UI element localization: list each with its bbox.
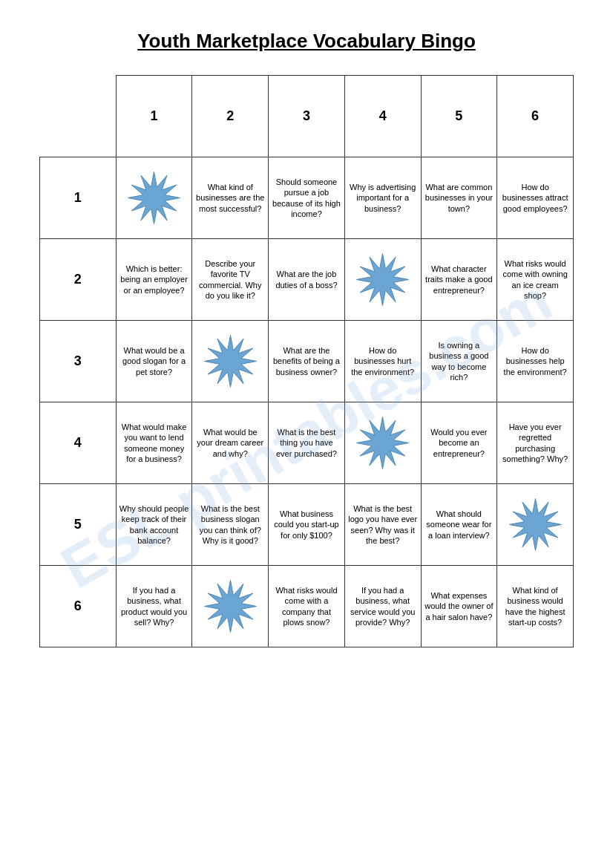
col-header-5: 5 <box>421 76 497 157</box>
col-header-6: 6 <box>497 76 574 157</box>
cell-r3-c2 <box>192 321 269 402</box>
cell-r3-c3: What are the benefits of being a busines… <box>269 321 345 402</box>
svg-marker-0 <box>128 172 180 224</box>
cell-r2-c4 <box>344 239 421 321</box>
cell-r1-c2: What kind of businesses are the most suc… <box>192 157 269 239</box>
cell-r2-c5: What character traits make a good entrep… <box>421 239 497 321</box>
cell-r3-c6: How do businesses help the environment? <box>497 321 574 402</box>
cell-r2-c6: What risks would come with owning an ice… <box>497 239 574 321</box>
svg-marker-3 <box>357 417 409 469</box>
cell-r1-c4: Why is advertising important for a busin… <box>344 157 421 239</box>
cell-r1-c3: Should someone pursue a job because of i… <box>269 157 345 239</box>
cell-r3-c5: Is owning a business a good way to becom… <box>421 321 497 402</box>
star-decoration <box>500 487 570 562</box>
cell-r1-c1 <box>116 157 192 239</box>
cell-r2-c1: Which is better: being an employer or an… <box>116 239 192 321</box>
page-title: Youth Marketplace Vocabulary Bingo <box>137 30 476 53</box>
row-header-1: 1 <box>40 157 117 239</box>
cell-r2-c3: What are the job duties of a boss? <box>269 239 345 321</box>
row-header-5: 5 <box>40 484 117 566</box>
cell-r5-c5: What should someone wear for a loan inte… <box>421 484 497 566</box>
cell-r1-c5: What are common businesses in your town? <box>421 157 497 239</box>
cell-r6-c6: What kind of business would have the hig… <box>497 566 574 647</box>
row-header-3: 3 <box>40 321 117 402</box>
bingo-table: 1 2 3 4 5 6 1 What kind of businesses ar… <box>39 75 574 647</box>
col-header-4: 4 <box>344 76 421 157</box>
cell-r6-c2 <box>192 566 269 647</box>
svg-marker-4 <box>509 499 561 551</box>
svg-marker-2 <box>204 336 256 388</box>
cell-r3-c1: What would be a good slogan for a pet st… <box>116 321 192 402</box>
cell-r4-c1: What would make you want to lend someone… <box>116 402 192 484</box>
cell-r4-c3: What is the best thing you have ever pur… <box>269 402 345 484</box>
cell-r4-c5: Would you ever become an entrepreneur? <box>421 402 497 484</box>
cell-r6-c4: If you had a business, what service woul… <box>344 566 421 647</box>
cell-r6-c1: If you had a business, what product woul… <box>116 566 192 647</box>
star-decoration <box>119 160 189 235</box>
col-header-1: 1 <box>116 76 192 157</box>
cell-r4-c4 <box>344 402 421 484</box>
star-decoration <box>195 324 265 399</box>
cell-r1-c6: How do businesses attract good employees… <box>497 157 574 239</box>
cell-r5-c6 <box>497 484 574 566</box>
row-header-4: 4 <box>40 402 117 484</box>
corner-cell <box>40 76 117 157</box>
star-decoration <box>348 405 418 480</box>
row-header-6: 6 <box>40 566 117 647</box>
cell-r5-c4: What is the best logo you have ever seen… <box>344 484 421 566</box>
cell-r2-c2: Describe your favorite TV commercial. Wh… <box>192 239 269 321</box>
star-decoration <box>195 569 265 644</box>
row-header-2: 2 <box>40 239 117 321</box>
star-decoration <box>348 242 418 317</box>
cell-r3-c4: How do businesses hurt the environment? <box>344 321 421 402</box>
cell-r5-c1: Why should people keep track of their ba… <box>116 484 192 566</box>
col-header-3: 3 <box>269 76 345 157</box>
col-header-2: 2 <box>192 76 269 157</box>
cell-r4-c2: What would be your dream career and why? <box>192 402 269 484</box>
cell-r6-c3: What risks would come with a company tha… <box>269 566 345 647</box>
cell-r4-c6: Have you ever regretted purchasing somet… <box>497 402 574 484</box>
svg-marker-5 <box>204 581 256 633</box>
svg-marker-1 <box>357 254 409 306</box>
cell-r6-c5: What expenses would the owner of a hair … <box>421 566 497 647</box>
cell-r5-c3: What business could you start-up for onl… <box>269 484 345 566</box>
cell-r5-c2: What is the best business slogan you can… <box>192 484 269 566</box>
